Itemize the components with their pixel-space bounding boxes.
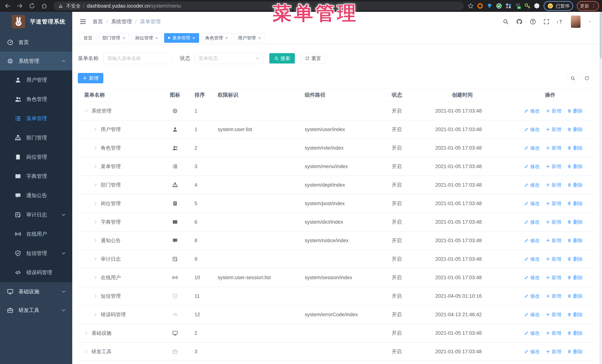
scrollbar-thumb[interactable] <box>600 12 602 59</box>
edit-link[interactable]: 修改 <box>524 256 540 262</box>
extension-gem-icon[interactable] <box>486 3 493 9</box>
tab-5[interactable]: 用户管理× <box>234 33 265 43</box>
sidebar-item-9[interactable]: 审计日志 <box>0 205 72 224</box>
expand-row-icon[interactable] <box>93 275 98 280</box>
sidebar-item-3[interactable]: 角色管理 <box>0 90 72 109</box>
user-avatar[interactable] <box>571 16 580 28</box>
edit-link[interactable]: 修改 <box>524 312 540 318</box>
expand-row-icon[interactable] <box>93 257 98 261</box>
toggle-search-button[interactable] <box>567 73 578 84</box>
edit-link[interactable]: 修改 <box>524 274 540 281</box>
edit-link[interactable]: 修改 <box>524 108 540 114</box>
breadcrumb-home[interactable]: 首页 <box>93 18 103 25</box>
breadcrumb-system[interactable]: 系统管理 <box>111 18 132 25</box>
edit-link[interactable]: 修改 <box>524 126 540 133</box>
add-link[interactable]: 新增 <box>546 312 561 318</box>
browser-reload-icon[interactable] <box>29 3 35 9</box>
sidebar-item-8[interactable]: 通知公告 <box>0 186 72 205</box>
extensions-puzzle-icon[interactable] <box>534 3 540 9</box>
close-tab-icon[interactable]: × <box>258 36 261 40</box>
add-link[interactable]: 新增 <box>546 293 561 299</box>
browser-back-icon[interactable] <box>4 3 11 9</box>
tab-0[interactable]: 首页 <box>80 33 96 43</box>
add-link[interactable]: 新增 <box>546 237 561 244</box>
menu-name-input[interactable] <box>103 52 172 64</box>
edit-link[interactable]: 修改 <box>524 330 540 336</box>
expand-row-icon[interactable] <box>93 220 98 224</box>
avatar-dropdown-caret-icon[interactable] <box>588 20 592 23</box>
edit-link[interactable]: 修改 <box>524 293 540 299</box>
edit-link[interactable]: 修改 <box>524 200 540 207</box>
close-tab-icon[interactable]: × <box>225 36 228 40</box>
expand-row-icon[interactable] <box>84 349 88 354</box>
menu-status-select[interactable]: 菜单状态 <box>195 52 264 64</box>
refresh-table-button[interactable] <box>581 73 592 84</box>
extension-key-icon[interactable] <box>524 3 530 9</box>
edit-link[interactable]: 修改 <box>524 163 540 170</box>
add-link[interactable]: 新增 <box>546 219 561 225</box>
edit-link[interactable]: 修改 <box>524 182 540 188</box>
extension-on-badge-icon[interactable]: on <box>515 3 521 9</box>
font-size-icon[interactable]: tT <box>557 18 563 25</box>
edit-link[interactable]: 修改 <box>524 219 540 225</box>
sidebar-item-1[interactable]: 系统管理 <box>0 52 72 70</box>
sidebar-item-6[interactable]: 岗位管理 <box>0 147 72 167</box>
bookmark-star-icon[interactable] <box>468 3 474 9</box>
sidebar-item-5[interactable]: 部门管理 <box>0 128 72 147</box>
add-link[interactable]: 新增 <box>546 126 561 133</box>
add-link[interactable]: 新增 <box>546 182 561 188</box>
expand-row-icon[interactable] <box>93 146 98 150</box>
sidebar-item-13[interactable]: 基础设施 <box>0 282 72 301</box>
extension-orange-icon[interactable] <box>477 3 483 9</box>
search-button[interactable]: 搜索 <box>269 53 295 63</box>
help-icon[interactable] <box>530 19 536 25</box>
edit-link[interactable]: 修改 <box>524 237 540 244</box>
expand-row-icon[interactable] <box>93 183 98 187</box>
add-link[interactable]: 新增 <box>546 330 561 336</box>
expand-row-icon[interactable] <box>93 312 98 317</box>
edit-link[interactable]: 修改 <box>524 348 540 355</box>
close-tab-icon[interactable]: × <box>155 36 158 40</box>
sidebar-item-2[interactable]: 用户管理 <box>0 70 72 90</box>
sidebar-item-0[interactable]: 首页 <box>0 33 72 52</box>
tab-4[interactable]: 角色管理× <box>201 33 232 43</box>
tab-2[interactable]: 岗位管理× <box>131 33 162 43</box>
edit-link[interactable]: 修改 <box>524 145 540 151</box>
fullscreen-icon[interactable] <box>543 19 549 25</box>
add-link[interactable]: 新增 <box>546 200 561 207</box>
page-scrollbar[interactable] <box>599 12 602 364</box>
sidebar-item-4[interactable]: 菜单管理 <box>0 109 72 128</box>
browser-forward-icon[interactable] <box>17 3 23 9</box>
sidebar-item-11[interactable]: 短信管理 <box>0 244 72 263</box>
extension-squares-icon[interactable] <box>505 3 512 9</box>
add-link[interactable]: 新增 <box>546 145 561 151</box>
tab-3[interactable]: 菜单管理× <box>164 33 199 43</box>
add-link[interactable]: 新增 <box>546 256 561 262</box>
sidebar-item-14[interactable]: 研发工具 <box>0 301 72 320</box>
add-link[interactable]: 新增 <box>546 348 561 355</box>
chrome-menu-dots-icon[interactable] <box>591 4 596 8</box>
expand-row-icon[interactable] <box>93 238 98 243</box>
expand-row-icon[interactable] <box>93 164 98 169</box>
sidebar-item-7[interactable]: 字典管理 <box>0 167 72 186</box>
expand-row-icon[interactable] <box>93 294 98 298</box>
add-link[interactable]: 新增 <box>546 274 561 281</box>
app-logo[interactable]: 芋道管理系统 <box>0 12 72 31</box>
reset-button[interactable]: 重置 <box>301 53 326 63</box>
extension-check-icon[interactable] <box>496 3 502 9</box>
close-tab-icon[interactable]: × <box>192 36 195 40</box>
add-button[interactable]: 新增 <box>78 73 103 83</box>
tab-1[interactable]: 部门管理× <box>98 33 129 43</box>
expand-row-icon[interactable] <box>93 127 98 132</box>
expand-row-icon[interactable] <box>93 201 98 206</box>
add-link[interactable]: 新增 <box>546 163 561 170</box>
header-search-icon[interactable] <box>503 19 509 25</box>
chrome-update-button[interactable]: 更新 <box>577 1 599 11</box>
sidebar-item-12[interactable]: 错误码管理 <box>0 263 72 282</box>
sidebar-toggle-icon[interactable] <box>80 18 86 25</box>
profile-paused-badge[interactable]: 已暂停 <box>544 1 573 11</box>
browser-home-icon[interactable] <box>41 3 47 9</box>
sidebar-item-10[interactable]: 在线用户 <box>0 224 72 244</box>
collapse-row-icon[interactable] <box>84 109 88 113</box>
expand-row-icon[interactable] <box>84 331 88 335</box>
